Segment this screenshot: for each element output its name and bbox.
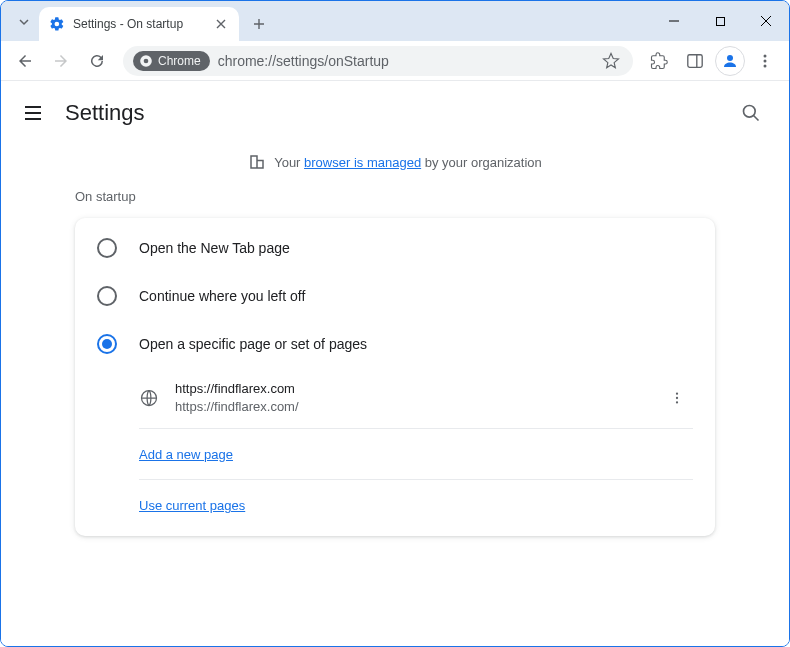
dots-vertical-icon [670, 391, 684, 405]
tabs-dropdown-button[interactable] [9, 7, 39, 37]
address-bar[interactable]: Chrome chrome://settings/onStartup [123, 46, 633, 76]
hamburger-icon [23, 103, 43, 123]
maximize-icon [715, 16, 726, 27]
extensions-button[interactable] [643, 45, 675, 77]
radio-label: Open a specific page or set of pages [139, 336, 367, 352]
profile-button[interactable] [715, 46, 745, 76]
window-controls [651, 1, 789, 41]
banner-suffix: by your organization [421, 155, 542, 170]
svg-rect-8 [688, 54, 702, 67]
radio-icon-selected [97, 334, 117, 354]
plus-icon [253, 18, 265, 30]
domain-icon [248, 153, 266, 171]
tab-close-button[interactable] [213, 16, 229, 32]
svg-point-11 [764, 54, 767, 57]
globe-icon [139, 388, 159, 408]
forward-button[interactable] [45, 45, 77, 77]
site-chip: Chrome [133, 51, 210, 71]
tab-title: Settings - On startup [73, 17, 205, 31]
page-title: Settings [65, 100, 145, 126]
settings-page: Settings Your browser is managed by your… [1, 81, 789, 646]
browser-toolbar: Chrome chrome://settings/onStartup [1, 41, 789, 81]
managed-banner: Your browser is managed by your organiza… [1, 145, 789, 189]
close-icon [760, 15, 772, 27]
menu-button[interactable] [21, 101, 45, 125]
svg-point-7 [144, 58, 149, 63]
radio-option-specific[interactable]: Open a specific page or set of pages [75, 320, 715, 368]
arrow-right-icon [52, 52, 70, 70]
divider-icon [686, 52, 704, 70]
use-current-pages-link[interactable]: Use current pages [139, 498, 245, 513]
add-new-page-link[interactable]: Add a new page [139, 447, 233, 462]
puzzle-icon [650, 52, 668, 70]
page-url-text: https://findflarex.com/ [175, 398, 645, 416]
close-window-button[interactable] [743, 1, 789, 41]
radio-label: Open the New Tab page [139, 240, 290, 256]
browser-tab[interactable]: Settings - On startup [39, 7, 239, 41]
radio-option-continue[interactable]: Continue where you left off [75, 272, 715, 320]
radio-icon [97, 286, 117, 306]
svg-point-16 [676, 393, 678, 395]
back-button[interactable] [9, 45, 41, 77]
bookmark-button[interactable] [599, 49, 623, 73]
section-title: On startup [75, 189, 715, 204]
reload-button[interactable] [81, 45, 113, 77]
search-icon [741, 103, 761, 123]
maximize-button[interactable] [697, 1, 743, 41]
managed-link[interactable]: browser is managed [304, 155, 421, 170]
svg-point-13 [764, 64, 767, 67]
arrow-left-icon [16, 52, 34, 70]
settings-header: Settings [1, 81, 789, 145]
svg-point-14 [744, 106, 756, 118]
site-chip-label: Chrome [158, 54, 201, 68]
chrome-icon [139, 54, 153, 68]
radio-label: Continue where you left off [139, 288, 305, 304]
svg-point-10 [727, 55, 733, 61]
svg-rect-5 [716, 17, 724, 25]
url-text: chrome://settings/onStartup [218, 53, 591, 69]
svg-point-12 [764, 59, 767, 62]
radio-option-newtab[interactable]: Open the New Tab page [75, 224, 715, 272]
dots-vertical-icon [757, 53, 773, 69]
reload-icon [88, 52, 106, 70]
gear-icon [49, 16, 65, 32]
svg-point-18 [676, 401, 678, 403]
close-icon [216, 19, 226, 29]
startup-card: Open the New Tab page Continue where you… [75, 218, 715, 536]
banner-prefix: Your [274, 155, 304, 170]
page-title-text: https://findflarex.com [175, 380, 645, 398]
browser-menu-button[interactable] [749, 45, 781, 77]
radio-icon [97, 238, 117, 258]
startup-page-row: https://findflarex.com https://findflare… [139, 368, 693, 429]
svg-point-17 [676, 397, 678, 399]
page-actions-button[interactable] [661, 382, 693, 414]
new-tab-button[interactable] [245, 10, 273, 38]
minimize-button[interactable] [651, 1, 697, 41]
person-icon [721, 52, 739, 70]
star-icon [602, 52, 620, 70]
window-titlebar: Settings - On startup [1, 1, 789, 41]
minimize-icon [668, 15, 680, 27]
search-settings-button[interactable] [733, 95, 769, 131]
chevron-down-icon [18, 16, 30, 28]
side-panel-button[interactable] [679, 45, 711, 77]
